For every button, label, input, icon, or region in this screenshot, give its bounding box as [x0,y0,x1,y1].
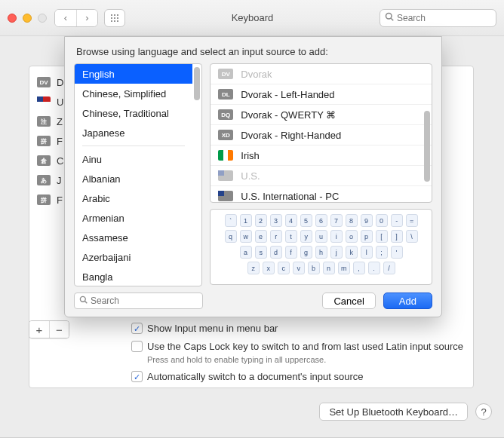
show-all-button[interactable] [104,9,125,27]
language-item[interactable]: Arabic [75,188,192,208]
key: 9 [361,214,373,227]
sheet-title: Browse using language and select an inpu… [74,46,432,57]
svg-point-9 [386,14,392,20]
nav-back-forward: ‹ › [54,9,98,27]
source-name: Dvorak - Right-Handed [241,130,341,141]
source-label: D [57,77,63,88]
key: l [361,246,373,259]
toolbar-search[interactable] [380,9,496,27]
language-item[interactable]: Chinese, Traditional [75,103,192,123]
language-list-panel: EnglishChinese, SimplifiedChinese, Tradi… [74,63,202,286]
source-label: F [57,194,63,206]
source-label: C [57,155,63,167]
language-item[interactable]: Bangla [75,267,192,286]
source-icon: 拼 [37,194,51,205]
close-window[interactable] [8,14,17,23]
forward-button[interactable]: › [76,10,97,26]
language-item[interactable]: Chinese, Simplified [75,84,192,103]
key: p [361,230,373,243]
key: n [323,262,335,274]
key: 3 [270,214,282,227]
window-traffic-lights [8,14,47,23]
source-icon: XD [218,130,233,140]
svg-point-4 [114,17,115,19]
source-label: U [57,96,63,108]
language-list[interactable]: EnglishChinese, SimplifiedChinese, Tradi… [75,64,201,286]
key: ` [225,214,237,227]
help-button[interactable]: ? [475,403,492,420]
keyboard-preview: `1234567890-=qwertyuiop[]\asdfghjkl;'zxc… [210,209,432,285]
keyboard-row: qwertyuiop[]\ [217,230,426,243]
key: 6 [315,214,327,227]
key: 2 [255,214,267,227]
language-item[interactable]: Assamese [75,228,192,247]
language-item[interactable]: Azerbaijani [75,247,192,267]
add-source-button[interactable]: + [29,321,49,338]
show-input-menu-checkbox[interactable] [131,323,143,334]
input-source-item[interactable]: U.S. International - PC [211,186,432,202]
source-name: Dvorak [241,69,272,80]
search-icon [385,12,394,23]
svg-point-0 [111,14,112,16]
add-remove-segment: + − [29,320,69,338]
add-button[interactable]: Add [383,293,432,309]
bluetooth-keyboard-button[interactable]: Set Up Bluetooth Keyboard… [319,403,468,421]
key: 4 [285,214,297,227]
language-scrollbar[interactable] [192,66,200,284]
source-scrollbar[interactable] [423,66,430,201]
svg-line-10 [391,18,393,20]
input-source-item: U.S. [211,166,432,186]
svg-point-8 [117,20,118,22]
svg-point-6 [111,20,112,22]
toolbar: ‹ › Keyboard [0,0,504,36]
source-name: Irish [241,150,260,161]
search-icon [79,296,88,306]
svg-point-5 [117,17,118,19]
input-source-item[interactable]: DLDvorak - Left-Handed [211,84,432,105]
cancel-button[interactable]: Cancel [322,293,375,309]
language-item[interactable]: Japanese [75,123,192,142]
key: ' [391,246,403,259]
key: h [315,246,327,259]
remove-source-button[interactable]: − [49,321,69,338]
svg-point-1 [114,14,115,16]
input-source-list[interactable]: DVDvorakDLDvorak - Left-HandedDQDvorak -… [211,64,432,202]
key: a [240,246,252,259]
source-list-panel: DVDvorakDLDvorak - Left-HandedDQDvorak -… [210,63,432,203]
back-button[interactable]: ‹ [55,10,76,26]
key: z [247,262,260,274]
language-item[interactable]: Ainu [75,149,192,169]
source-icon: DV [218,69,233,79]
input-source-item[interactable]: XDDvorak - Right-Handed [211,125,432,145]
key: - [391,214,403,227]
sheet-search-input[interactable] [91,296,198,306]
toolbar-search-input[interactable] [397,13,491,23]
source-icon [218,170,233,181]
key: / [383,262,395,274]
key: e [255,230,267,243]
source-icon: DL [218,89,233,100]
key: = [406,214,418,227]
caps-lock-subtext: Press and hold to enable typing in all u… [147,355,463,364]
key: s [255,246,267,259]
key: o [346,230,358,243]
auto-switch-checkbox[interactable] [131,371,143,382]
keyboard-row: zxcvbnm,./ [217,262,426,274]
key: x [263,262,275,274]
language-item[interactable]: English [75,64,192,84]
caps-lock-switch-checkbox[interactable] [131,341,143,352]
key: m [338,262,350,274]
window-title: Keyboard [125,12,380,23]
language-item[interactable]: Albanian [75,169,192,188]
minimize-window[interactable] [23,14,32,23]
input-source-item[interactable]: DQDvorak - QWERTY ⌘ [211,105,432,125]
sheet-search[interactable] [74,293,203,309]
source-icon: あ [37,175,51,185]
input-source-item[interactable]: Irish [211,145,432,166]
footer: Set Up Bluetooth Keyboard… ? [0,397,504,427]
source-icon [218,191,233,201]
source-name: Dvorak - Left-Handed [241,89,334,100]
source-icon: 拼 [37,136,51,146]
language-item[interactable]: Armenian [75,208,192,228]
source-name: U.S. [241,170,260,182]
